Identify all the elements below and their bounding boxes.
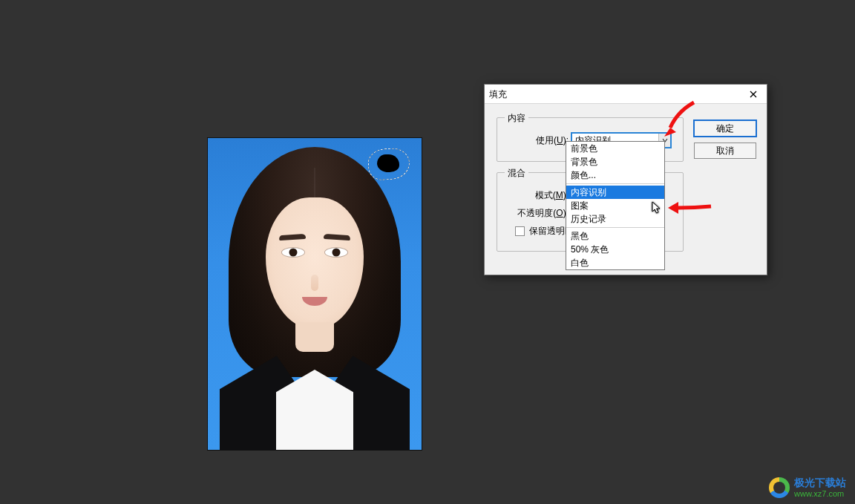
annotation-arrow-1: [657, 96, 701, 143]
dropdown-option[interactable]: 图案: [566, 199, 664, 212]
lasso-selection[interactable]: [367, 147, 411, 181]
mouse-cursor-icon: [652, 201, 662, 217]
dialog-titlebar[interactable]: 填充: [485, 85, 767, 104]
dropdown-option[interactable]: 前景色: [566, 142, 664, 155]
dropdown-option[interactable]: 白色: [566, 256, 664, 269]
use-dropdown-list[interactable]: 前景色背景色颜色...内容识别图案历史记录黑色50% 灰色白色: [566, 141, 665, 270]
preserve-transparency-checkbox[interactable]: [515, 226, 525, 236]
svg-marker-3: [668, 208, 678, 214]
content-legend: 内容: [505, 112, 528, 125]
ok-button[interactable]: 确定: [694, 120, 756, 137]
photo-neck: [295, 322, 334, 352]
dropdown-option[interactable]: 历史记录: [566, 212, 664, 226]
svg-marker-2: [668, 202, 678, 208]
dropdown-option[interactable]: 黑色: [566, 229, 664, 243]
svg-marker-1: [664, 128, 676, 137]
watermark-url: www.xz7.com: [794, 489, 846, 498]
dropdown-option[interactable]: 颜色...: [566, 168, 664, 182]
dropdown-option[interactable]: 内容识别: [566, 186, 664, 199]
watermark: 极光下载站 www.xz7.com: [769, 477, 846, 498]
close-button[interactable]: [744, 87, 762, 102]
document-canvas[interactable]: [208, 138, 422, 450]
blend-legend: 混合: [505, 167, 528, 180]
use-label: 使用(U):: [505, 134, 571, 147]
watermark-logo-icon: [769, 477, 790, 498]
dropdown-option[interactable]: 50% 灰色: [566, 243, 664, 256]
watermark-title: 极光下载站: [794, 477, 846, 488]
annotation-arrow-2: [665, 193, 717, 225]
dropdown-option[interactable]: 背景色: [566, 155, 664, 168]
mode-label: 模式(M):: [505, 189, 571, 202]
opacity-label: 不透明度(O):: [505, 207, 571, 220]
dialog-title: 填充: [489, 85, 507, 104]
svg-marker-0: [652, 202, 660, 213]
cancel-button[interactable]: 取消: [694, 143, 756, 159]
